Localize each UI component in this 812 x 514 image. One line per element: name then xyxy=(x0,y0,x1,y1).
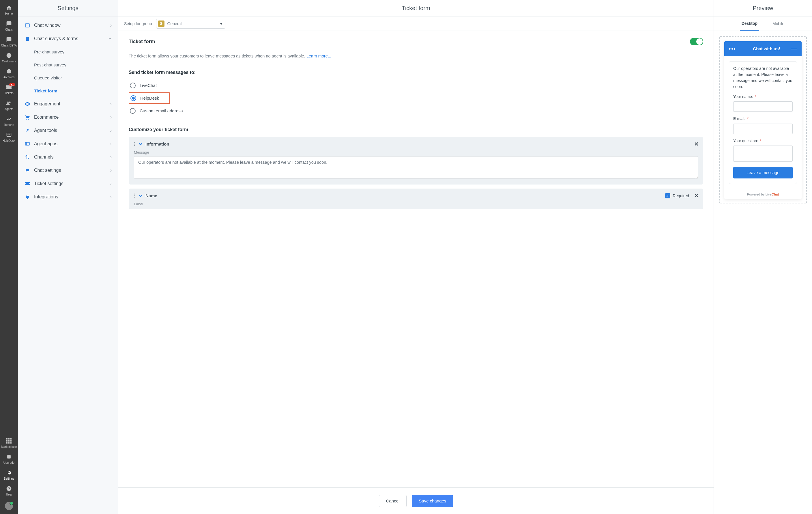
setup-group-label: Setup for group xyxy=(124,21,152,26)
sidebar-sub-queued[interactable]: Queued visitor xyxy=(18,71,118,84)
chevron-right-icon: › xyxy=(110,101,112,107)
more-icon[interactable]: ••• xyxy=(729,46,736,51)
chat-icon xyxy=(6,21,12,27)
sidebar-item-ticket-settings[interactable]: Ticket settings › xyxy=(18,177,118,190)
radio-custom-email[interactable]: Custom email address xyxy=(129,105,703,117)
sidebar-sub-pre-chat[interactable]: Pre-chat survey xyxy=(18,45,118,58)
rail-agents[interactable]: Agents xyxy=(0,98,18,113)
chevron-down-icon[interactable] xyxy=(139,194,143,198)
group-select[interactable]: G General ▾ xyxy=(156,19,225,29)
svg-rect-4 xyxy=(8,438,9,439)
svg-text:?: ? xyxy=(8,487,10,490)
chat-settings-icon xyxy=(24,168,31,173)
ticket-form-toggle[interactable] xyxy=(690,38,703,45)
drag-handle-icon[interactable]: ⋮ xyxy=(132,193,137,198)
minimize-icon[interactable]: — xyxy=(791,45,797,52)
rail-label: Marketplace xyxy=(1,445,17,449)
cancel-button[interactable]: Cancel xyxy=(379,495,407,507)
form-card-information: ⋮ Information ✕ Message xyxy=(129,137,703,185)
rail-archives[interactable]: Archives xyxy=(0,66,18,82)
chevron-right-icon: › xyxy=(110,128,112,133)
send-to-title: Send ticket form messages to: xyxy=(129,70,703,75)
radio-icon xyxy=(130,83,136,88)
settings-title: Settings xyxy=(18,0,118,17)
svg-rect-7 xyxy=(8,440,9,441)
question-textarea[interactable] xyxy=(733,145,793,162)
rail-home[interactable]: Home xyxy=(0,2,18,18)
sidebar-item-chat-window[interactable]: Chat window › xyxy=(18,19,118,32)
form-card-name: ⋮ Name ✓ Required ✕ Label xyxy=(129,189,703,209)
rail-upgrade[interactable]: Upgrade xyxy=(0,451,18,467)
required-checkbox[interactable]: ✓ Required xyxy=(665,193,689,198)
rail-reports[interactable]: Reports xyxy=(0,113,18,129)
archives-icon xyxy=(6,68,12,75)
tab-mobile[interactable]: Mobile xyxy=(771,17,786,30)
chevron-right-icon: › xyxy=(110,23,112,28)
sidebar-sub-post-chat[interactable]: Post-chat survey xyxy=(18,58,118,71)
chevron-right-icon: › xyxy=(110,141,112,146)
svg-rect-3 xyxy=(6,438,7,439)
rail-label: Settings xyxy=(4,477,14,480)
powered-by: Powered by LiveChat xyxy=(724,189,802,199)
apps-icon xyxy=(24,142,31,145)
leave-message-button[interactable]: Leave a message xyxy=(733,167,793,179)
sidebar-item-label: Agent tools xyxy=(34,128,57,133)
svg-rect-10 xyxy=(8,442,9,443)
sidebar-sub-ticket-form[interactable]: Ticket form xyxy=(18,84,118,97)
sidebar-item-channels[interactable]: Channels › xyxy=(18,151,118,164)
rail-help[interactable]: ? Help xyxy=(0,483,18,499)
home-icon xyxy=(6,5,12,11)
sidebar-item-chat-surveys[interactable]: Chat surveys & forms xyxy=(18,32,118,45)
sidebar-item-label: Chat settings xyxy=(34,168,61,173)
chevron-down-icon[interactable] xyxy=(139,142,143,146)
rail-label: Chats xyxy=(5,28,13,31)
chat-message: Our operators are not available at the m… xyxy=(733,65,793,90)
save-button[interactable]: Save changes xyxy=(412,495,453,507)
rail-settings[interactable]: Settings xyxy=(0,467,18,483)
clipboard-icon xyxy=(24,36,31,41)
section-title: Ticket form xyxy=(129,39,155,45)
rail-chats[interactable]: Chats xyxy=(0,18,18,34)
svg-point-0 xyxy=(7,53,11,58)
email-input[interactable] xyxy=(733,124,793,134)
marketplace-icon xyxy=(6,438,12,444)
rail-marketplace[interactable]: Marketplace xyxy=(0,435,18,451)
svg-rect-11 xyxy=(10,442,11,443)
radio-helpdesk[interactable]: HelpDesk xyxy=(130,95,159,101)
card-field-label: Label xyxy=(129,202,703,208)
radio-icon xyxy=(130,108,136,114)
customize-title: Customize your ticket form xyxy=(129,127,703,132)
rail-helpdesk[interactable]: HelpDesk xyxy=(0,129,18,145)
sidebar-item-engagement[interactable]: Engagement › xyxy=(18,97,118,111)
learn-more-link[interactable]: Learn more... xyxy=(307,54,331,58)
sidebar-item-chat-settings[interactable]: Chat settings › xyxy=(18,164,118,177)
close-icon[interactable]: ✕ xyxy=(694,141,699,147)
chevron-right-icon: › xyxy=(110,115,112,120)
close-icon[interactable]: ✕ xyxy=(694,193,699,199)
message-textarea[interactable] xyxy=(134,156,698,179)
rail-customers[interactable]: Customers xyxy=(0,50,18,66)
card-field-label: Message xyxy=(129,150,703,156)
svg-rect-12 xyxy=(7,455,11,459)
name-input[interactable] xyxy=(733,101,793,112)
svg-rect-15 xyxy=(25,24,29,27)
sidebar-item-label: Channels xyxy=(34,155,54,160)
avatar[interactable] xyxy=(5,502,13,510)
tickets-badge: 31 xyxy=(9,83,15,86)
rail-label: Chats BETA xyxy=(1,44,17,47)
drag-handle-icon[interactable]: ⋮ xyxy=(132,141,137,147)
group-badge: G xyxy=(158,21,165,27)
rail-tickets[interactable]: 31 Tickets xyxy=(0,82,18,98)
sidebar-item-integrations[interactable]: Integrations › xyxy=(18,190,118,204)
sidebar-item-agent-tools[interactable]: Agent tools › xyxy=(18,124,118,137)
radio-livechat[interactable]: LiveChat xyxy=(129,80,703,91)
chat-beta-icon xyxy=(6,36,12,43)
rail-label: Reports xyxy=(4,123,14,127)
sidebar-item-ecommerce[interactable]: Ecommerce › xyxy=(18,111,118,124)
svg-rect-17 xyxy=(25,142,29,145)
sidebar-item-agent-apps[interactable]: Agent apps › xyxy=(18,137,118,151)
rail-chats-beta[interactable]: Chats BETA xyxy=(0,34,18,50)
tab-desktop[interactable]: Desktop xyxy=(740,17,759,31)
wrench-icon xyxy=(24,128,31,133)
svg-rect-9 xyxy=(6,442,7,443)
